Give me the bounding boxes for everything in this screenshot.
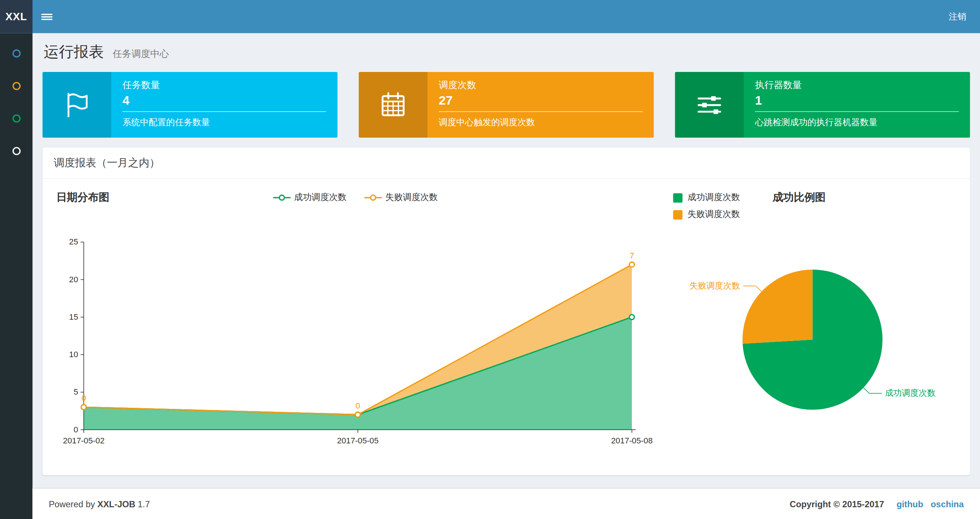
github-link[interactable]: github	[896, 499, 923, 509]
pie-chart-svg: 成功调度次数失败调度次数	[659, 236, 953, 446]
legend-label: 失败调度次数	[687, 209, 740, 220]
info-box-content: 执行器数量 1 心跳检测成功的执行器机器数量	[744, 72, 970, 137]
flag-icon	[43, 72, 111, 137]
report-panel: 调度报表（一月之内） 日期分布图 成功调度次数失败调度次数 0510152025…	[43, 148, 970, 475]
powered-by: Powered by XXL-JOB 1.7	[49, 499, 150, 509]
hamburger-icon	[41, 12, 52, 21]
info-box-title: 执行器数量	[755, 79, 959, 91]
circle-icon	[12, 114, 20, 122]
svg-text:20: 20	[69, 275, 78, 284]
svg-text:2017-05-08: 2017-05-08	[611, 436, 652, 445]
sidebar-item[interactable]	[0, 37, 33, 70]
svg-text:0: 0	[74, 425, 78, 434]
line-area-chart-svg: 05101520252017-05-022017-05-052017-05-08…	[54, 227, 648, 459]
svg-text:2017-05-02: 2017-05-02	[63, 436, 105, 445]
info-box-description: 心跳检测成功的执行器机器数量	[755, 117, 959, 128]
divider	[755, 111, 959, 112]
svg-text:成功调度次数: 成功调度次数	[885, 388, 935, 398]
line-chart-header: 日期分布图 成功调度次数失败调度次数	[54, 190, 657, 209]
info-box-row: 任务数量 4 系统中配置的任务数量 调度次数 2	[43, 72, 970, 137]
date-distribution-chart: 日期分布图 成功调度次数失败调度次数 05101520252017-05-022…	[54, 190, 657, 462]
info-box-executors: 执行器数量 1 心跳检测成功的执行器机器数量	[675, 72, 970, 137]
legend-item[interactable]: 成功调度次数	[673, 192, 740, 203]
info-box-value: 1	[755, 93, 959, 107]
content-area: 运行报表 任务调度中心 任务数量 4 系统中配置的任务数量	[33, 33, 980, 475]
svg-text:25: 25	[69, 237, 78, 246]
page-title: 运行报表	[44, 43, 104, 60]
sidebar	[0, 33, 33, 519]
circle-icon	[12, 147, 20, 155]
page-subtitle: 任务调度中心	[113, 48, 169, 59]
svg-text:10: 10	[69, 350, 78, 359]
pie-chart-title: 成功比例图	[772, 190, 826, 204]
panel-body: 日期分布图 成功调度次数失败调度次数 05101520252017-05-022…	[43, 179, 970, 475]
sidebar-item[interactable]	[0, 102, 33, 135]
logout-link[interactable]: 注销	[935, 0, 980, 33]
calendar-icon	[359, 72, 427, 137]
legend-swatch	[673, 193, 682, 203]
powered-by-label: Powered by	[49, 499, 95, 509]
legend-item[interactable]: 成功调度次数	[273, 192, 347, 203]
divider	[123, 111, 326, 112]
brand-label: XXL-JOB	[97, 499, 135, 509]
sidebar-item[interactable]	[0, 69, 33, 102]
sidebar-toggle-button[interactable]	[33, 0, 61, 33]
legend-item[interactable]: 失败调度次数	[364, 192, 438, 203]
copyright: Copyright © 2015-2017 github oschina	[790, 499, 964, 509]
sidebar-menu	[0, 33, 33, 167]
svg-text:15: 15	[69, 312, 78, 321]
legend-item[interactable]: 失败调度次数	[673, 209, 740, 220]
pie-chart-legend: 成功调度次数失败调度次数	[659, 190, 740, 220]
info-box-title: 任务数量	[123, 79, 326, 91]
info-box-description: 系统中配置的任务数量	[123, 117, 326, 128]
info-box-title: 调度次数	[439, 79, 643, 91]
info-box-triggers: 调度次数 27 调度中心触发的调度次数	[359, 72, 654, 137]
panel-title: 调度报表（一月之内）	[43, 148, 970, 179]
divider	[439, 111, 643, 112]
svg-text:2017-05-05: 2017-05-05	[337, 436, 379, 445]
svg-text:5: 5	[74, 387, 78, 396]
info-box-value: 4	[123, 93, 326, 107]
svg-text:失败调度次数: 失败调度次数	[689, 281, 740, 290]
line-chart-legend: 成功调度次数失败调度次数	[54, 192, 657, 203]
page-header: 运行报表 任务调度中心	[33, 33, 980, 64]
info-box-value: 27	[439, 93, 643, 107]
info-box-jobs: 任务数量 4 系统中配置的任务数量	[43, 72, 337, 137]
legend-label: 成功调度次数	[687, 192, 740, 203]
footer: Powered by XXL-JOB 1.7 Copyright © 2015-…	[33, 488, 980, 519]
legend-swatch	[673, 210, 682, 219]
success-ratio-chart: 成功调度次数失败调度次数 成功比例图 成功调度次数失败调度次数	[657, 190, 959, 462]
circle-icon	[12, 81, 20, 89]
info-box-description: 调度中心触发的调度次数	[439, 117, 643, 128]
svg-text:7: 7	[630, 251, 634, 260]
version-label: 1.7	[138, 499, 150, 509]
oschina-link[interactable]: oschina	[931, 499, 964, 509]
circle-icon	[12, 49, 20, 57]
info-box-content: 任务数量 4 系统中配置的任务数量	[111, 72, 337, 137]
copyright-label: Copyright © 2015-2017	[790, 499, 884, 509]
pie-chart-header: 成功调度次数失败调度次数 成功比例图	[659, 190, 959, 220]
app-logo[interactable]: XXL	[0, 0, 33, 33]
svg-text:0: 0	[355, 401, 360, 410]
svg-text:0: 0	[81, 393, 86, 402]
sidebar-item[interactable]	[0, 134, 33, 167]
sliders-icon	[675, 72, 743, 137]
legend-label: 失败调度次数	[385, 192, 438, 203]
legend-label: 成功调度次数	[294, 192, 347, 203]
info-box-content: 调度次数 27 调度中心触发的调度次数	[428, 72, 654, 137]
xxl-job-dashboard: XXL 注销 运行报表 任务调度中心 任务数量 4	[0, 0, 980, 519]
navbar: XXL 注销	[0, 0, 980, 33]
